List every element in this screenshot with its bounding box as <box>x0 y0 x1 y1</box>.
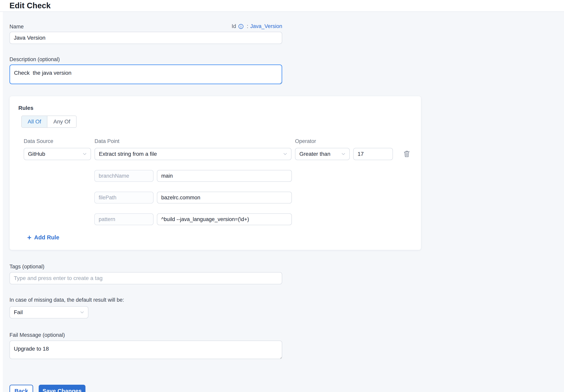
name-row: Name Id : Java_Version <box>10 23 282 29</box>
rule-param-row: pattern <box>94 213 412 225</box>
trash-icon <box>402 156 411 159</box>
rule-param-row: filePath <box>94 192 412 203</box>
operator-value: Greater than <box>299 151 330 157</box>
info-icon[interactable] <box>238 24 244 29</box>
rules-card: Rules All Of Any Of Data Source Data Poi… <box>10 96 421 250</box>
rule-column-headers: Data Source Data Point Operator <box>24 138 412 144</box>
add-rule-label: Add Rule <box>34 234 59 241</box>
plus-icon: + <box>27 235 31 241</box>
chevron-down-icon <box>282 151 288 157</box>
save-changes-button[interactable]: Save Changes <box>39 385 85 392</box>
left-gutter <box>0 12 3 392</box>
rules-title: Rules <box>18 105 412 111</box>
page-header: Edit Check <box>0 0 564 12</box>
id-colon: : <box>247 23 248 29</box>
tags-label: Tags (optional) <box>10 264 558 269</box>
missing-data-label: In case of missing data, the default res… <box>10 297 558 303</box>
delete-rule-button[interactable] <box>402 149 411 159</box>
rules-match-toggle: All Of Any Of <box>21 116 77 128</box>
data-source-select[interactable]: GitHub <box>24 148 91 160</box>
rule-param-row: branchName <box>94 170 412 182</box>
fail-message-textarea[interactable]: Upgrade to 18 <box>10 340 282 359</box>
name-input[interactable] <box>10 32 282 44</box>
description-label: Description (optional) <box>10 57 558 62</box>
check-id-link[interactable]: Java_Version <box>250 23 282 29</box>
tags-input[interactable] <box>10 272 282 284</box>
chevron-down-icon <box>79 310 85 315</box>
data-point-label: Data Point <box>95 138 292 144</box>
default-result-select[interactable]: Fail <box>10 306 88 318</box>
operator-label: Operator <box>295 138 350 144</box>
chevron-down-icon <box>341 151 346 157</box>
chevron-down-icon <box>82 151 87 157</box>
data-point-select[interactable]: Extract string from a file <box>95 148 292 160</box>
check-id-group: Id : Java_Version <box>232 23 282 29</box>
operator-select[interactable]: Greater than <box>295 148 350 160</box>
param-key-branch-name: branchName <box>94 170 154 182</box>
form-actions: Back Save Changes <box>10 385 558 392</box>
page-title: Edit Check <box>10 1 51 10</box>
data-point-value: Extract string from a file <box>99 151 157 157</box>
default-result-value: Fail <box>14 309 23 315</box>
add-rule-button[interactable]: + Add Rule <box>27 234 59 241</box>
param-value-branch-name[interactable] <box>157 170 292 182</box>
back-button[interactable]: Back <box>10 385 33 392</box>
rule-row: GitHub Extract string from a file Greate… <box>24 148 412 160</box>
param-key-file-path: filePath <box>94 192 154 203</box>
id-label: Id <box>232 23 236 29</box>
data-source-value: GitHub <box>28 151 45 157</box>
param-value-file-path[interactable] <box>157 192 292 203</box>
data-source-label: Data Source <box>24 138 91 144</box>
param-value-pattern[interactable] <box>157 213 292 225</box>
toggle-all-of[interactable]: All Of <box>22 116 47 127</box>
operator-value-input[interactable] <box>353 148 393 160</box>
toggle-any-of[interactable]: Any Of <box>47 116 76 127</box>
param-key-pattern: pattern <box>94 213 154 225</box>
description-textarea[interactable]: Check the java version <box>10 65 282 84</box>
name-label: Name <box>10 24 24 29</box>
edit-check-form: Name Id : Java_Version Description (opti… <box>10 12 558 392</box>
fail-message-label: Fail Message (optional) <box>10 332 558 338</box>
